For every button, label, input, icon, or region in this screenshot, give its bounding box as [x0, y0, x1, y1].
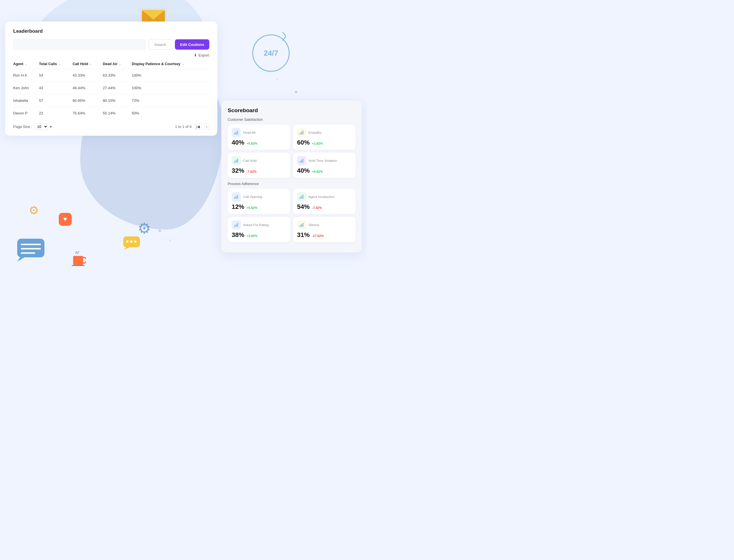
score-card-label-0-2: Call Hold — [243, 159, 257, 162]
score-card-body-0-0: 40%+5.62% — [232, 139, 286, 146]
export-row: ⬇ Export — [13, 53, 209, 57]
score-card-header-1-1: Agent Inroduction — [297, 192, 352, 201]
score-card-header-1-3: Silence — [297, 220, 352, 230]
svg-rect-22 — [73, 256, 83, 265]
cell-display_patience: 72% — [132, 94, 209, 107]
section-label-0: Customer Satisfaction — [228, 118, 356, 122]
cell-agent: Devon P — [13, 107, 39, 120]
score-card-body-1-1: 54%-7.62% — [297, 203, 352, 211]
score-icon-0-2 — [232, 156, 241, 165]
table-row: Ron H K5443.33%63.33%100% — [13, 69, 209, 82]
sort-arrow-agent: ↓ — [25, 63, 27, 66]
page-info: 1 to 1 of 4 |◀ ‹ — [175, 124, 209, 130]
score-icon-0-1 — [297, 128, 306, 137]
svg-rect-20 — [130, 240, 133, 243]
cell-display_patience: 100% — [132, 82, 209, 94]
table-row: Ken John4346.44%27.44%100% — [13, 82, 209, 94]
cell-agent: Ron H K — [13, 69, 39, 82]
score-card-header-0-0: Dead Air — [232, 128, 286, 137]
svg-rect-49 — [234, 225, 235, 227]
page-size-select[interactable]: 10 20 50 — [34, 123, 48, 130]
score-change-1-3: -17.62% — [312, 234, 324, 238]
col-call-hold: Call Hold ↓ — [73, 59, 103, 69]
cell-total_calls: 22 — [39, 107, 73, 120]
scoreboard-card: Scoreboard Customer SatisfactionDead Air… — [221, 100, 362, 252]
score-card-0-0: Dead Air40%+5.62% — [228, 125, 290, 150]
page-first-button[interactable]: |◀ — [194, 124, 202, 130]
svg-rect-27 — [237, 131, 238, 135]
svg-rect-50 — [236, 224, 237, 227]
score-card-body-0-2: 32%-7.62% — [232, 167, 286, 174]
sort-arrow-dead-air: ↓ — [119, 63, 121, 66]
score-card-0-1: Empathy60%+1.62% — [293, 125, 356, 150]
score-card-header-0-3: Hold Time Violation — [297, 156, 352, 165]
page-size-label: Page Size : 10 20 50 ▾ — [13, 123, 52, 130]
score-card-body-1-3: 31%-17.62% — [297, 231, 352, 239]
sort-arrow-patience: ↓ — [182, 63, 184, 66]
score-card-label-1-0: Call Opening — [243, 195, 262, 199]
svg-rect-39 — [303, 159, 303, 163]
score-change-0-2: -7.62% — [247, 170, 257, 173]
coffee-cup — [72, 250, 86, 267]
col-dead-air: Dead Air ↓ — [103, 59, 132, 69]
scoreboard-section-1: Process AdherenceCall Opening12%+5.62%Ag… — [228, 182, 356, 242]
score-change-0-0: +5.62% — [247, 142, 258, 145]
leaderboard-title: Leaderboard — [13, 28, 209, 34]
chat-bubble-yellow — [123, 236, 141, 251]
svg-rect-34 — [236, 160, 237, 163]
export-icon: ⬇ — [194, 53, 197, 57]
table-body: Ron H K5443.33%63.33%100%Ken John4346.44… — [13, 69, 209, 120]
score-card-label-1-3: Silence — [309, 223, 320, 227]
deco-plus-4: + — [169, 239, 171, 243]
leaderboard-toolbar: Search Edit Coulmns — [13, 39, 209, 50]
export-button[interactable]: ⬇ Export — [194, 53, 209, 57]
deco-plus-2: + — [276, 77, 278, 81]
svg-rect-54 — [301, 224, 302, 227]
score-value-0-1: 60% — [297, 139, 310, 146]
svg-rect-23 — [72, 265, 85, 266]
col-total-calls: Total Calls ↓ — [39, 59, 73, 69]
svg-rect-35 — [237, 159, 238, 163]
svg-rect-38 — [301, 160, 302, 163]
score-value-1-3: 31% — [297, 231, 310, 239]
circle-247-text: 24/7 — [264, 49, 279, 58]
score-card-header-0-1: Empathy — [297, 128, 352, 137]
table-row: Ishabella5760.65%80.15%72% — [13, 94, 209, 107]
score-card-body-1-2: 38%+3.62% — [232, 231, 286, 239]
score-card-header-0-2: Call Hold — [232, 156, 286, 165]
score-value-1-1: 54% — [297, 203, 310, 211]
search-button[interactable]: Search — [148, 39, 172, 50]
score-icon-1-0 — [232, 192, 241, 201]
cell-call_hold: 75.64% — [73, 107, 103, 120]
svg-marker-18 — [123, 247, 130, 250]
table-header-row: Agent ↓ Total Calls ↓ Call Hold ↓ Dead A… — [13, 59, 209, 69]
scoreboard-section-0: Customer SatisfactionDead Air40%+5.62%Em… — [228, 118, 356, 178]
score-change-1-0: +5.62% — [247, 206, 258, 209]
score-card-1-1: Agent Inroduction54%-7.62% — [293, 189, 356, 214]
svg-rect-47 — [303, 195, 303, 199]
cell-agent: Ishabella — [13, 94, 39, 107]
score-change-1-2: +3.62% — [247, 234, 258, 238]
cell-dead_air: 63.33% — [103, 69, 132, 82]
cell-dead_air: 80.15% — [103, 94, 132, 107]
score-card-label-1-1: Agent Inroduction — [309, 195, 334, 199]
score-change-0-1: +1.62% — [312, 142, 323, 145]
heart-icon: ♥ — [57, 211, 73, 228]
score-value-0-3: 40% — [297, 167, 310, 174]
svg-rect-46 — [301, 196, 302, 199]
sort-arrow-calls: ↓ — [59, 63, 60, 66]
edit-columns-button[interactable]: Edit Coulmns — [175, 39, 209, 50]
leaderboard-table: Agent ↓ Total Calls ↓ Call Hold ↓ Dead A… — [13, 59, 209, 119]
svg-rect-25 — [234, 133, 235, 135]
table-header: Agent ↓ Total Calls ↓ Call Hold ↓ Dead A… — [13, 59, 209, 69]
page-prev-button[interactable]: ‹ — [204, 124, 209, 130]
score-value-0-2: 32% — [232, 167, 244, 174]
gear-icon-1: ⚙ — [29, 204, 39, 217]
sort-arrow-hold: ↓ — [90, 63, 92, 66]
score-card-1-2: Asked For Rating38%+3.62% — [228, 217, 290, 242]
col-agent: Agent ↓ — [13, 59, 39, 69]
deco-plus-3: ✦ — [158, 228, 162, 234]
chat-bubble-blue — [17, 239, 46, 263]
score-card-0-3: Hold Time Violation40%+5.62% — [293, 153, 356, 178]
score-icon-1-1 — [297, 192, 306, 201]
